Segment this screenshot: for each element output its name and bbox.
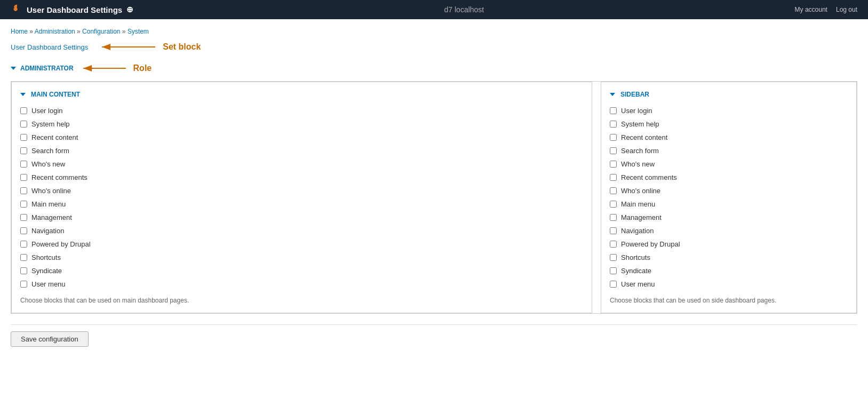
sidebar-item: User login <box>610 107 848 115</box>
add-icon[interactable]: ⊕ <box>126 5 133 14</box>
breadcrumb-home[interactable]: Home <box>11 28 28 35</box>
breadcrumb-system[interactable]: System <box>128 28 149 35</box>
sidebar-item-label: Shortcuts <box>621 253 650 261</box>
sidebar-checkbox-5[interactable] <box>610 174 617 181</box>
sidebar-item-label: Who's new <box>621 160 655 168</box>
main-content-checkbox-1[interactable] <box>20 121 27 128</box>
page-title: User Dashboard Settings <box>27 5 122 14</box>
sidebar-checkbox-8[interactable] <box>610 214 617 221</box>
role-annotation-label: Role <box>133 63 152 73</box>
main-content-column: MAIN CONTENT User loginSystem helpRecent… <box>11 82 592 313</box>
main-content-checkbox-4[interactable] <box>20 161 27 168</box>
sidebar-toggle-icon <box>610 93 615 96</box>
topbar-right: My account Log out <box>795 6 857 13</box>
main-content-checkbox-9[interactable] <box>20 227 27 234</box>
sidebar-checkbox-3[interactable] <box>610 147 617 154</box>
sidebar-item: System help <box>610 120 848 128</box>
main-content-item: Search form <box>20 147 583 155</box>
role-toggle[interactable]: ADMINISTRATOR <box>11 65 74 72</box>
sidebar-header: SIDEBAR <box>610 91 848 98</box>
main-content-checkbox-12[interactable] <box>20 267 27 274</box>
my-account-link[interactable]: My account <box>795 6 827 13</box>
sidebar-item-label: Syndicate <box>621 267 651 275</box>
main-content-header-label: MAIN CONTENT <box>31 91 80 98</box>
sidebar-item-label: Recent content <box>621 133 667 141</box>
log-out-link[interactable]: Log out <box>836 6 857 13</box>
drupal-icon <box>11 4 22 15</box>
sidebar-item: Shortcuts <box>610 253 848 261</box>
main-content-item: Who's new <box>20 160 583 168</box>
sidebar-checkbox-6[interactable] <box>610 187 617 194</box>
sidebar-header-label: SIDEBAR <box>620 91 649 98</box>
main-content-item-label: Navigation <box>31 227 64 235</box>
main-content-checkbox-10[interactable] <box>20 241 27 248</box>
main-content-toggle-icon <box>20 93 26 96</box>
sidebar-item-label: User menu <box>621 280 655 288</box>
main-content-item-label: Recent comments <box>31 173 87 181</box>
main-content-item-label: Shortcuts <box>31 253 61 261</box>
sidebar-list: User loginSystem helpRecent contentSearc… <box>610 107 848 288</box>
sidebar-item: Navigation <box>610 227 848 235</box>
triangle-down-icon <box>11 67 16 70</box>
sidebar-checkbox-10[interactable] <box>610 241 617 248</box>
main-content-item: Navigation <box>20 227 583 235</box>
sidebar-item: Recent comments <box>610 173 848 181</box>
main-content-checkbox-2[interactable] <box>20 134 27 141</box>
main-content-checkbox-8[interactable] <box>20 214 27 221</box>
main-content-item: System help <box>20 120 583 128</box>
main-content-item-label: Management <box>31 213 72 221</box>
set-block-arrow <box>97 41 161 53</box>
sidebar-checkbox-4[interactable] <box>610 161 617 168</box>
breadcrumb-configuration[interactable]: Configuration <box>82 28 120 35</box>
main-content-checkbox-3[interactable] <box>20 147 27 154</box>
main-content-item-label: User menu <box>31 280 66 288</box>
main-content-checkbox-5[interactable] <box>20 174 27 181</box>
sidebar-checkbox-0[interactable] <box>610 107 617 114</box>
sidebar-checkbox-12[interactable] <box>610 267 617 274</box>
sidebar-checkbox-1[interactable] <box>610 121 617 128</box>
breadcrumb-administration[interactable]: Administration <box>35 28 75 35</box>
main-content-item-label: Powered by Drupal <box>31 240 91 248</box>
sidebar-item-label: Search form <box>621 147 659 155</box>
save-configuration-button[interactable]: Save configuration <box>11 331 89 347</box>
set-block-label: Set block <box>163 42 201 52</box>
main-content-checkbox-0[interactable] <box>20 107 27 114</box>
main-content-item-label: Main menu <box>31 200 66 208</box>
sidebar-item: Powered by Drupal <box>610 240 848 248</box>
sidebar-checkbox-13[interactable] <box>610 281 617 288</box>
sidebar-item-label: System help <box>621 120 659 128</box>
sidebar-item: Main menu <box>610 200 848 208</box>
main-content-item: Recent content <box>20 133 583 141</box>
sidebar-item: Syndicate <box>610 267 848 275</box>
main-content-item: Main menu <box>20 200 583 208</box>
sidebar-checkbox-2[interactable] <box>610 134 617 141</box>
main-content-checkbox-7[interactable] <box>20 201 27 208</box>
page-link[interactable]: User Dashboard Settings <box>11 43 88 51</box>
sidebar-item-label: Management <box>621 213 662 221</box>
sidebar-checkbox-7[interactable] <box>610 201 617 208</box>
sidebar-item: Who's new <box>610 160 848 168</box>
page-link-row: User Dashboard Settings Set block <box>11 41 857 53</box>
role-annotation-row: ADMINISTRATOR Role <box>11 62 857 75</box>
main-content-checkbox-6[interactable] <box>20 187 27 194</box>
sidebar-hint: Choose blocks that can be used on side d… <box>610 297 848 304</box>
sidebar-checkbox-9[interactable] <box>610 227 617 234</box>
main-content-item: User login <box>20 107 583 115</box>
main-content-item: Recent comments <box>20 173 583 181</box>
sidebar-item: User menu <box>610 280 848 288</box>
main-content-item: Syndicate <box>20 267 583 275</box>
sidebar-item-label: User login <box>621 107 652 115</box>
main-content-header: MAIN CONTENT <box>20 91 583 98</box>
main-content-item: Management <box>20 213 583 221</box>
main-content-item-label: Search form <box>31 147 69 155</box>
main-content-item-label: Who's online <box>31 187 71 195</box>
main-content-checkbox-13[interactable] <box>20 281 27 288</box>
sidebar-item-label: Powered by Drupal <box>621 240 680 248</box>
main-content-list: User loginSystem helpRecent contentSearc… <box>20 107 583 288</box>
main-content-item: Shortcuts <box>20 253 583 261</box>
main-content-item-label: System help <box>31 120 70 128</box>
main-content-item: Who's online <box>20 187 583 195</box>
main-content-checkbox-11[interactable] <box>20 254 27 261</box>
sidebar-checkbox-11[interactable] <box>610 254 617 261</box>
sidebar-item: Who's online <box>610 187 848 195</box>
